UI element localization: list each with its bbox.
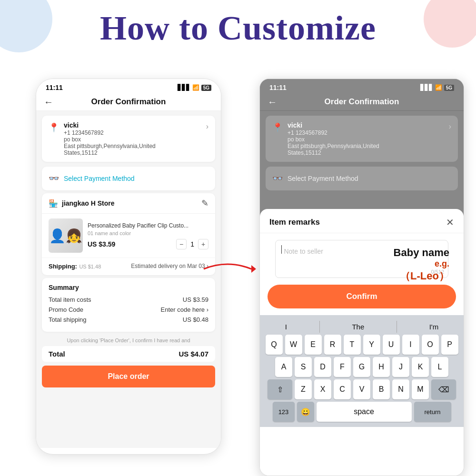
key-shift[interactable]: ⇧ xyxy=(268,379,292,399)
address-phone-left: +1 1234567892 xyxy=(64,129,201,136)
baby-name-title: Baby name xyxy=(394,247,449,259)
payment-row-right[interactable]: 👓 Select Payment Method xyxy=(266,167,458,190)
key-s[interactable]: S xyxy=(295,357,312,377)
address-zip-left: States,15112 xyxy=(64,149,201,156)
key-n[interactable]: N xyxy=(392,379,409,399)
summary-title-left: Summary xyxy=(49,284,208,291)
key-o[interactable]: O xyxy=(422,335,439,355)
key-z[interactable]: Z xyxy=(295,379,312,399)
address-zip-right: States,15112 xyxy=(288,149,379,156)
payment-icon-left: 👓 xyxy=(49,173,59,184)
signal-icon: ▋▋▋ xyxy=(178,84,190,91)
screen-content-left: 📍 vicki +1 1234567892 po box East pittsb… xyxy=(36,111,221,448)
store-header-left: 🏪 jiangkao H Store ✎ xyxy=(42,193,215,214)
key-f[interactable]: F xyxy=(334,357,351,377)
key-r[interactable]: R xyxy=(324,335,341,355)
note-cursor xyxy=(281,245,282,254)
place-order-button-left[interactable]: Place order xyxy=(42,366,215,387)
phone-right: 11:11 ▋▋▋ 📶 5G ← Order Confirmation 📍 vi… xyxy=(259,79,464,476)
key-x[interactable]: X xyxy=(314,379,331,399)
wifi-icon-right: 📶 xyxy=(435,84,442,91)
key-t[interactable]: T xyxy=(344,335,361,355)
status-time-left: 11:11 xyxy=(46,84,63,91)
shipping-delivery-text-left: Estimated delivery on Mar 03 xyxy=(131,263,205,269)
battery-icon: 5G xyxy=(201,85,211,91)
shipping-cost-left: US $1.48 xyxy=(79,264,101,269)
address-card-right[interactable]: 📍 vicki +1 1234567892 po box East pittsb… xyxy=(266,116,458,162)
suggestion-divider-1 xyxy=(319,321,320,333)
address-name-right: vicki xyxy=(288,121,379,129)
back-button-left[interactable]: ← xyxy=(44,97,53,108)
key-q[interactable]: Q xyxy=(266,335,283,355)
note-input-container: Note to seller 0/512 Baby name e.g. （L-L… xyxy=(268,240,456,278)
modal-header: Item remarks ✕ xyxy=(260,209,464,233)
key-123[interactable]: 123 xyxy=(273,402,295,422)
key-return[interactable]: return xyxy=(414,402,451,422)
key-l[interactable]: L xyxy=(431,357,448,377)
qty-plus-left[interactable]: + xyxy=(198,239,208,249)
key-y[interactable]: Y xyxy=(363,335,380,355)
qty-num-left: 1 xyxy=(190,240,194,248)
key-j[interactable]: J xyxy=(392,357,409,377)
note-icon-left[interactable]: ✎ xyxy=(201,198,208,208)
keyboard-row-1: Q W E R T Y U I O P xyxy=(262,335,462,355)
address-info-left: vicki +1 1234567892 po box East pittsbur… xyxy=(64,121,201,156)
payment-label-left: Select Payment Method xyxy=(64,175,135,182)
baby-name-annotation: Baby name e.g. （L-Leo） xyxy=(394,247,449,283)
key-p[interactable]: P xyxy=(441,335,458,355)
key-u[interactable]: U xyxy=(383,335,400,355)
address-card-left[interactable]: 📍 vicki +1 1234567892 po box East pittsb… xyxy=(42,116,215,162)
main-title: How to Customize xyxy=(0,9,476,48)
battery-icon-right: 5G xyxy=(444,85,454,91)
product-price-left: US $3.59 xyxy=(88,240,115,248)
key-h[interactable]: H xyxy=(373,357,390,377)
key-emoji[interactable]: 😀 xyxy=(297,402,314,422)
total-row-left: Total US $4.07 xyxy=(42,346,215,362)
total-label-left: Total xyxy=(49,350,65,358)
payment-icon-right: 👓 xyxy=(272,173,283,184)
key-w[interactable]: W xyxy=(285,335,302,355)
store-name-row-left: 🏪 jiangkao H Store xyxy=(49,199,114,208)
key-backspace[interactable]: ⌫ xyxy=(431,379,456,399)
key-a[interactable]: A xyxy=(275,357,292,377)
phone-left: 11:11 ▋▋▋ 📶 5G ← Order Confirmation 📍 vi… xyxy=(36,79,221,455)
summary-promo-row-left[interactable]: Promo Code Enter code here › xyxy=(49,306,208,313)
suggestion-i[interactable]: I xyxy=(280,321,292,333)
key-d[interactable]: D xyxy=(314,357,331,377)
back-button-right[interactable]: ← xyxy=(268,97,277,108)
modal-close-button[interactable]: ✕ xyxy=(446,217,454,228)
product-image-left: 👤👧 xyxy=(49,218,83,253)
key-e[interactable]: E xyxy=(305,335,322,355)
payment-row-left[interactable]: 👓 Select Payment Method xyxy=(42,167,215,190)
key-k[interactable]: K xyxy=(412,357,429,377)
key-i[interactable]: I xyxy=(402,335,419,355)
summary-section-left: Summary Total item costs US $3.59 Promo … xyxy=(42,278,215,332)
suggestion-the[interactable]: The xyxy=(347,321,369,333)
note-placeholder: Note to seller xyxy=(284,248,323,255)
nav-bar-right: ← Order Confirmation xyxy=(260,93,464,111)
baby-name-example: （L-Leo） xyxy=(394,269,449,283)
store-name-left: jiangkao H Store xyxy=(62,199,114,207)
location-icon-left: 📍 xyxy=(49,122,59,133)
key-v[interactable]: V xyxy=(353,379,370,399)
status-bar-right: 11:11 ▋▋▋ 📶 5G xyxy=(260,79,464,93)
payment-label-right: Select Payment Method xyxy=(288,175,358,182)
shipping-title-left: Shipping: xyxy=(49,263,77,270)
svg-marker-0 xyxy=(251,265,256,273)
qty-control-left: − 1 + xyxy=(176,239,208,249)
key-g[interactable]: G xyxy=(353,357,370,377)
total-value-left: US $4.07 xyxy=(178,350,208,358)
key-c[interactable]: C xyxy=(334,379,351,399)
suggestion-im[interactable]: I'm xyxy=(425,321,444,333)
qty-minus-left[interactable]: − xyxy=(176,239,187,249)
key-m[interactable]: M xyxy=(412,379,429,399)
shipping-row-left: Shipping: US $1.48 Estimated delivery on… xyxy=(42,258,215,275)
shipping-label-left: Shipping: US $1.48 xyxy=(49,262,101,270)
confirm-button[interactable]: Confirm xyxy=(268,285,456,308)
key-b[interactable]: B xyxy=(373,379,390,399)
key-space[interactable]: space xyxy=(317,402,412,422)
status-time-right: 11:11 xyxy=(269,84,287,91)
product-name-left: Personalized Baby Pacifier Clip Custo... xyxy=(88,222,208,230)
keyboard: I The I'm Q W E R T Y U I O P A xyxy=(260,315,464,427)
keyboard-row-3: ⇧ Z X C V B N M ⌫ xyxy=(262,379,462,399)
